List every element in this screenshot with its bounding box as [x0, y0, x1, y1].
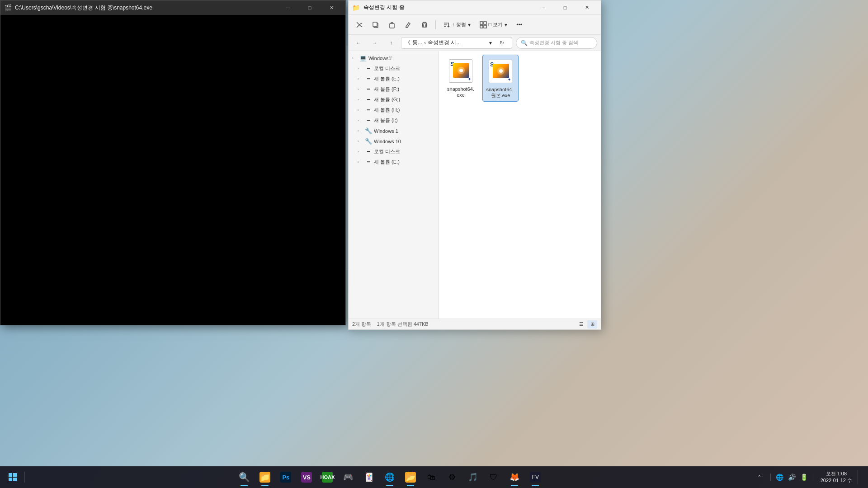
svg-rect-7	[9, 473, 12, 477]
path-arrow: ›	[424, 40, 426, 46]
titlebar-controls: ─ □ ✕	[278, 0, 342, 15]
sidebar-vol-e[interactable]: › ━ 새 볼륨 (E;)	[349, 74, 439, 84]
taskbar-edge[interactable]: 🌐	[380, 467, 400, 487]
taskbar-search[interactable]: 🔍	[234, 467, 254, 487]
paste-button[interactable]	[385, 18, 399, 32]
start-button[interactable]	[4, 468, 22, 486]
sort-button[interactable]: ↑ 정렬 ▾	[439, 18, 474, 32]
drive-icon: ━	[365, 66, 372, 71]
taskbar-itunes[interactable]: 🎵	[463, 467, 483, 487]
drive-icon: ━	[365, 117, 372, 123]
search-box[interactable]: 🔍 속성변경 시험 중 검색	[516, 37, 597, 49]
sidebar-item-label: 새 볼륨 (G;)	[374, 96, 400, 103]
sidebar-vol-f[interactable]: › ━ 새 볼륨 (F;)	[349, 84, 439, 94]
copy-button[interactable]	[368, 18, 383, 32]
grid-view-btn[interactable]: ⊞	[587, 320, 597, 328]
taskbar-file-explorer[interactable]: 📁	[255, 467, 275, 487]
media-titlebar[interactable]: 🎬 C:\Users\gscha\Videos\속성변경 시험 중\snapsh…	[0, 0, 345, 15]
taskbar-solitaire[interactable]: 🃏	[359, 467, 379, 487]
view-button[interactable]: □ 보기 ▾	[476, 18, 511, 32]
sidebar-item-label: 로컬 디스크	[374, 65, 400, 72]
game-icon: 🎮	[343, 472, 354, 483]
sidebar-local-disk[interactable]: › ━ 로컬 디스크	[349, 63, 439, 74]
media-player-window: 🎬 C:\Users\gscha\Videos\속성변경 시험 중\snapsh…	[0, 0, 346, 325]
taskbar-unknown[interactable]: FV	[525, 467, 545, 487]
delete-button[interactable]	[417, 18, 432, 32]
edge-icon: 🌐	[384, 472, 395, 483]
svg-rect-1	[373, 22, 377, 27]
taskbar-divider	[24, 472, 25, 483]
path-breadcrumb: 《	[405, 39, 410, 47]
toolbar-separator	[435, 20, 436, 29]
path-dropdown[interactable]: ▾	[489, 40, 492, 46]
file-grid: S ✦ snapshot64.exe	[443, 55, 597, 102]
arrow-icon: ›	[358, 87, 363, 91]
sidebar-win1[interactable]: › 🔧 Windows 1	[349, 126, 439, 136]
taskbar-photoshop[interactable]: Ps	[276, 467, 296, 487]
taskbar-store[interactable]: 🛍	[421, 467, 441, 487]
explorer-minimize-btn[interactable]: ─	[533, 0, 554, 15]
search-icon: 🔍	[239, 472, 250, 483]
view-chevron: ▾	[505, 22, 507, 28]
hoax-icon: HOAX	[322, 472, 333, 483]
delete-icon	[421, 21, 428, 28]
sidebar-windows1[interactable]: › 💻 Windows1'	[349, 53, 439, 63]
back-button[interactable]: ←	[352, 37, 365, 49]
clock-time: 오전 1:08	[826, 470, 847, 477]
svg-rect-2	[390, 23, 394, 28]
taskbar-browser[interactable]: 🦊	[505, 467, 524, 487]
taskbar-security[interactable]: 🛡	[484, 467, 504, 487]
svg-rect-5	[480, 25, 483, 28]
maximize-button[interactable]: □	[299, 0, 320, 15]
taskbar-settings[interactable]: ⚙	[442, 467, 462, 487]
sidebar-vol-e2[interactable]: › ━ 새 볼륨 (E;)	[349, 157, 439, 167]
unknown-icon: FV	[530, 472, 541, 483]
refresh-button[interactable]: ↻	[495, 37, 508, 49]
file-item-snapshot64-original[interactable]: S ✦ snapshot64_원본.exe	[482, 55, 519, 102]
tray-icon-battery[interactable]: 🔋	[799, 474, 809, 481]
taskbar-hoax[interactable]: HOAX	[317, 467, 337, 487]
file-icon-snapshot64-original: S ✦	[487, 58, 514, 85]
sort-chevron: ▾	[468, 22, 471, 28]
computer-icon: 💻	[359, 55, 367, 61]
taskbar-clock[interactable]: 오전 1:08 2022-01-12 수	[817, 470, 856, 484]
address-path[interactable]: 《 동... › 속성변경 시... ▾ ↻	[401, 37, 512, 49]
taskbar-explorer2[interactable]: 📂	[401, 467, 420, 487]
forward-button[interactable]: →	[368, 37, 381, 49]
close-button[interactable]: ✕	[321, 0, 342, 15]
explorer-close-btn[interactable]: ✕	[576, 0, 597, 15]
file-icon-snapshot64: S ✦	[447, 57, 474, 84]
list-view-btn[interactable]: ☰	[576, 320, 586, 328]
explorer-maximize-btn[interactable]: □	[555, 0, 576, 15]
taskbar-game[interactable]: 🎮	[338, 467, 358, 487]
cut-button[interactable]	[352, 18, 367, 32]
rename-button[interactable]	[401, 18, 415, 32]
taskbar-vs[interactable]: VS	[297, 467, 316, 487]
sidebar-vol-h[interactable]: › ━ 새 볼륨 (H;)	[349, 105, 439, 115]
file-item-snapshot64[interactable]: S ✦ snapshot64.exe	[443, 55, 479, 102]
tray-icon-network[interactable]: 🌐	[774, 474, 785, 481]
explorer-titlebar[interactable]: 📁 속성변경 시험 중 ─ □ ✕	[349, 0, 601, 15]
sidebar-local2[interactable]: › ━ 로컬 디스크	[349, 146, 439, 157]
tray-icon-volume[interactable]: 🔊	[787, 474, 797, 481]
search-placeholder: 속성변경 시험 중 검색	[529, 39, 578, 46]
path-part2: 속성변경 시...	[428, 39, 461, 47]
sidebar-vol-g[interactable]: › ━ 새 볼륨 (G;)	[349, 94, 439, 105]
taskbar: 🔍 📁 Ps VS HOAX 🎮 🃏 🌐	[0, 466, 868, 488]
sidebar-item-label: 새 볼륨 (H;)	[374, 107, 400, 113]
minimize-button[interactable]: ─	[278, 0, 298, 15]
more-button[interactable]: •••	[513, 18, 526, 32]
exe-icon-snapshot64: S ✦	[449, 59, 472, 83]
view-toggle-buttons: ☰ ⊞	[576, 320, 597, 328]
show-hidden-icons-btn[interactable]: ⌃	[752, 468, 767, 486]
media-title: C:\Users\gscha\Videos\속성변경 시험 중\snapshot…	[15, 4, 274, 12]
up-button[interactable]: ↑	[385, 37, 397, 49]
sidebar-win10[interactable]: › 🔧 Windows 10	[349, 136, 439, 146]
arrow-icon: ›	[358, 66, 363, 70]
arrow-icon: ›	[352, 56, 358, 60]
svg-rect-10	[13, 478, 17, 481]
sidebar-vol-i[interactable]: › ━ 새 볼륨 (I;)	[349, 115, 439, 126]
folder2-icon: 📂	[405, 472, 416, 483]
security-icon: 🛡	[488, 472, 499, 483]
show-desktop-btn[interactable]	[858, 470, 861, 484]
